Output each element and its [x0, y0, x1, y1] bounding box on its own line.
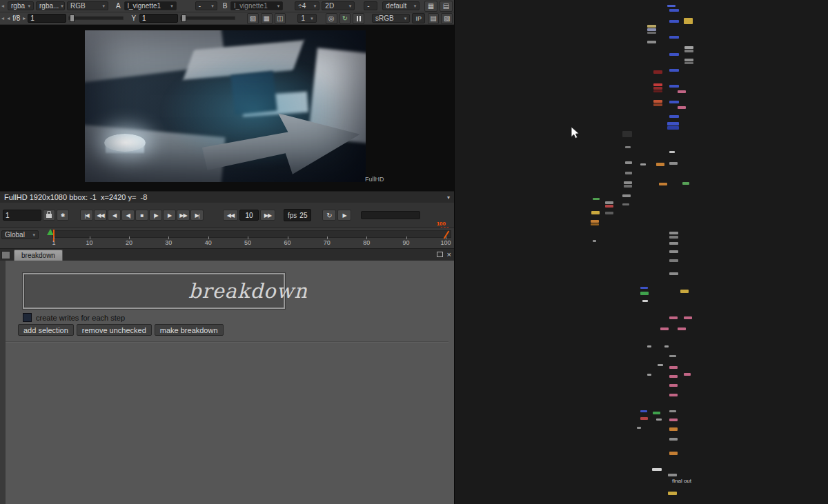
update-button[interactable]: ↻: [339, 13, 351, 24]
graph-node[interactable]: [669, 242, 678, 245]
graph-node[interactable]: [653, 100, 662, 103]
roi-button[interactable]: ▧: [247, 13, 259, 24]
graph-node[interactable]: [669, 394, 678, 396]
next-keyframe-button[interactable]: ▶▶: [177, 210, 190, 221]
input-b-dropdown[interactable]: l_vignette1▾: [230, 1, 283, 10]
step-back-button[interactable]: ◀|: [121, 210, 135, 221]
graph-node[interactable]: [625, 172, 632, 174]
graph-node[interactable]: [656, 419, 662, 421]
graph-node[interactable]: [669, 272, 678, 275]
graph-node[interactable]: [647, 41, 656, 43]
graph-node[interactable]: [647, 345, 651, 347]
stereo-view-dropdown[interactable]: default▾: [382, 1, 420, 10]
graph-node[interactable]: [668, 474, 677, 476]
graph-node[interactable]: [669, 452, 678, 455]
graph-node[interactable]: [669, 427, 678, 431]
graph-node[interactable]: [653, 412, 660, 414]
pause-button[interactable]: [353, 13, 364, 24]
graph-node[interactable]: [667, 122, 679, 125]
graph-node[interactable]: [669, 316, 678, 319]
graph-node[interactable]: [659, 183, 667, 185]
make-breakdown-button[interactable]: make breakdown: [155, 324, 224, 336]
graph-node[interactable]: [625, 161, 632, 164]
graph-node[interactable]: [682, 182, 689, 185]
graph-node[interactable]: [656, 163, 664, 166]
proxy-dropdown[interactable]: ÷4▾: [295, 1, 319, 10]
lock-range-button[interactable]: [43, 210, 55, 221]
step-forward-button[interactable]: |▶: [149, 210, 162, 221]
flipbook-button[interactable]: ▶: [337, 210, 351, 221]
graph-node[interactable]: [605, 205, 613, 208]
graph-node[interactable]: [652, 468, 662, 471]
wipe-button[interactable]: ◫: [275, 13, 286, 24]
close-panel-icon[interactable]: ×: [447, 251, 451, 258]
prev-keyframe-button[interactable]: ◀◀: [94, 210, 107, 221]
overscan-button[interactable]: ▨: [441, 13, 453, 24]
graph-node[interactable]: [622, 131, 632, 137]
graph-node[interactable]: [591, 211, 600, 214]
loop-mode-button[interactable]: ↻: [322, 210, 336, 221]
stack-mode-button[interactable]: ▤: [440, 1, 453, 12]
stop-button[interactable]: ■: [135, 210, 148, 221]
graph-node[interactable]: [684, 373, 691, 376]
graph-node[interactable]: [653, 87, 662, 90]
graph-node[interactable]: [669, 236, 678, 239]
graph-node[interactable]: [669, 419, 678, 421]
graph-node[interactable]: [653, 103, 662, 106]
graph-node[interactable]: [647, 374, 651, 376]
graph-node[interactable]: [669, 259, 678, 262]
graph-node[interactable]: [622, 203, 629, 205]
timeline-groove[interactable]: [52, 230, 451, 238]
graph-node[interactable]: [653, 83, 662, 86]
fps-field[interactable]: fps 25: [284, 209, 311, 221]
graph-node[interactable]: [684, 50, 693, 52]
graph-node[interactable]: [640, 410, 647, 412]
input-process-dropdown[interactable]: 1▾: [297, 14, 316, 23]
blend-mode-dropdown[interactable]: -▾: [195, 1, 217, 10]
graph-node[interactable]: [664, 345, 669, 347]
frame-flow-button[interactable]: ✱: [57, 210, 69, 221]
viewer-layout-button[interactable]: ▦: [424, 1, 437, 12]
graph-node[interactable]: [667, 5, 676, 7]
graph-node[interactable]: [591, 223, 599, 225]
graph-node[interactable]: [684, 316, 692, 319]
graph-node[interactable]: [669, 53, 679, 56]
graph-node[interactable]: [591, 220, 599, 223]
layer2-dropdown[interactable]: rgba...▾: [36, 1, 65, 10]
graph-node[interactable]: [653, 70, 662, 74]
graph-node[interactable]: [678, 327, 686, 330]
graph-node[interactable]: [669, 9, 679, 12]
remove-unchecked-button[interactable]: remove unchecked: [77, 324, 152, 336]
cache-slider[interactable]: [361, 211, 420, 219]
proxy-toggle-button[interactable]: ◎: [326, 13, 337, 24]
timeline-ruler[interactable]: 1102030405060708090100: [0, 228, 454, 248]
graph-node[interactable]: [684, 46, 693, 49]
graph-node[interactable]: [624, 181, 632, 184]
graph-node[interactable]: [669, 232, 678, 234]
create-writes-checkbox[interactable]: [23, 313, 32, 322]
fstop-increment-icon[interactable]: ▸: [23, 15, 26, 21]
graph-node[interactable]: [660, 327, 669, 330]
gamma-slider-handle[interactable]: [181, 14, 186, 22]
gain-slider-handle[interactable]: [70, 14, 75, 22]
graph-node[interactable]: [593, 198, 600, 200]
graph-node[interactable]: [637, 427, 641, 429]
graph-node[interactable]: [640, 287, 648, 289]
pane-menu-button[interactable]: [1, 251, 10, 259]
fstop-decrement-icon[interactable]: ◂: [7, 15, 10, 21]
status-dropdown-icon[interactable]: ▾: [447, 194, 450, 201]
stereo-sep-dropdown[interactable]: -: [364, 1, 377, 10]
graph-node[interactable]: [678, 90, 686, 93]
graph-node[interactable]: [669, 151, 675, 153]
view-mode-dropdown[interactable]: 2D▾: [322, 1, 355, 10]
checker-background-button[interactable]: ▦: [261, 13, 273, 24]
graph-node[interactable]: [640, 163, 646, 165]
graph-node[interactable]: [640, 417, 648, 420]
graph-node[interactable]: [667, 126, 679, 130]
graph-node[interactable]: [669, 20, 679, 23]
graph-node[interactable]: [669, 69, 679, 72]
graph-node[interactable]: [669, 101, 679, 103]
graph-node[interactable]: [684, 59, 693, 61]
float-panel-icon[interactable]: [437, 252, 443, 257]
gamma-slider[interactable]: [180, 17, 235, 20]
